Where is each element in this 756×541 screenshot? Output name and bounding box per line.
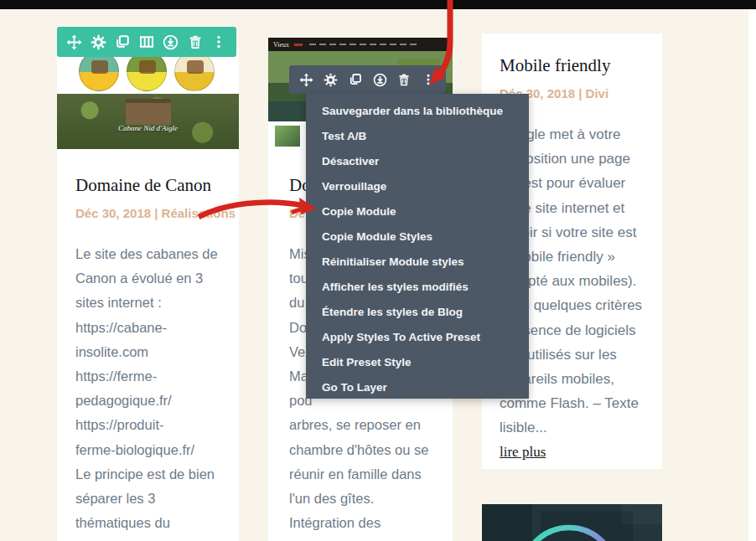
- options-dots-icon[interactable]: [209, 32, 229, 52]
- gradient-ring-graphic: [482, 504, 662, 541]
- top-black-bar: [0, 0, 756, 9]
- menu-item-extend-blog-styles[interactable]: Étendre les styles de Blog: [306, 299, 529, 324]
- thumbnail: [275, 126, 300, 147]
- website-nav-accent: [294, 44, 303, 46]
- delete-trash-icon[interactable]: [394, 70, 414, 90]
- menu-item-copy-module[interactable]: Copie Module: [306, 198, 529, 224]
- save-to-library-icon[interactable]: [161, 32, 181, 52]
- menu-item-go-to-layer[interactable]: Go To Layer: [306, 374, 529, 399]
- badge-cabanes-insolites: [79, 51, 119, 91]
- row-toolbar: [57, 27, 236, 57]
- delete-trash-icon[interactable]: [185, 32, 205, 52]
- post-card-domaine-de-canon: Domaine de Canon Déc 30, 2018 | Réalisat…: [57, 149, 239, 541]
- badge-produits-de-la-ferme: [174, 51, 215, 91]
- menu-item-save-to-library[interactable]: Sauvegarder dans la bibliothèque: [306, 98, 529, 123]
- move-icon[interactable]: [64, 32, 84, 52]
- post-meta: Déc 30, 2018 | Réalisations: [75, 206, 239, 220]
- module-toolbar: [289, 65, 446, 94]
- website-logo: Vieux: [268, 41, 289, 49]
- columns-icon[interactable]: [137, 32, 157, 52]
- settings-gear-icon[interactable]: [88, 32, 108, 52]
- post-featured-image-domaine-de-canon[interactable]: Cabane Nid d'Aigle: [57, 48, 239, 149]
- module-options-menu: Sauvegarder dans la bibliothèque Test A/…: [306, 94, 529, 399]
- menu-item-apply-styles-to-preset[interactable]: Apply Styles To Active Preset: [306, 324, 529, 349]
- website-nav: [309, 44, 418, 45]
- photo-caption: Cabane Nid d'Aigle: [57, 124, 239, 132]
- post-title[interactable]: Domaine de Canon: [75, 176, 239, 195]
- menu-item-disable[interactable]: Désactiver: [306, 148, 529, 173]
- save-to-library-icon[interactable]: [370, 70, 390, 90]
- duplicate-icon[interactable]: [345, 70, 365, 90]
- divi-builder-screen: Cabane Nid d'Aigle Domaine de Canon Déc …: [0, 0, 756, 541]
- badge-ferme-pedagogique: [127, 51, 167, 91]
- website-header: Vieux: [268, 38, 453, 51]
- post-excerpt: Le site des cabanes de Canon a évolué en…: [75, 242, 239, 541]
- menu-item-lock[interactable]: Verrouillage: [306, 173, 529, 198]
- read-more-link[interactable]: lire plus: [500, 444, 546, 461]
- menu-item-ab-test[interactable]: Test A/B: [306, 123, 529, 148]
- duplicate-icon[interactable]: [112, 32, 132, 52]
- post-featured-image-dark-tech[interactable]: [482, 504, 662, 541]
- forest-photo: Cabane Nid d'Aigle: [57, 94, 239, 149]
- scrollbar[interactable]: [748, 9, 756, 541]
- options-dots-icon[interactable]: [418, 70, 438, 90]
- menu-item-edit-preset-style[interactable]: Edit Preset Style: [306, 349, 529, 374]
- menu-item-copy-module-styles[interactable]: Copie Module Styles: [306, 224, 529, 249]
- menu-item-reset-module-styles[interactable]: Réinitialiser Module styles: [306, 249, 529, 274]
- post-title[interactable]: Mobile friendly: [500, 56, 662, 75]
- settings-gear-icon[interactable]: [321, 70, 341, 90]
- menu-item-view-modified-styles[interactable]: Afficher les styles modifiés: [306, 274, 529, 299]
- move-icon[interactable]: [297, 70, 317, 90]
- treehouse-illustration: [126, 99, 171, 125]
